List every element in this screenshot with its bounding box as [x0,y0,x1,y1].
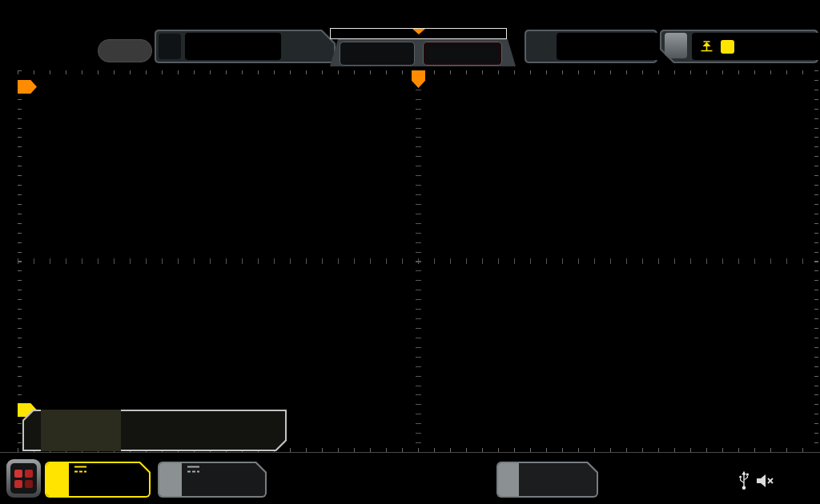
graticule-separator-line [0,452,820,453]
horizontal-settings-panel[interactable] [155,30,336,63]
trigger-source-badge [721,40,734,54]
grid-ticks-vcenter [416,70,421,452]
dc-coupling-icon [74,465,87,474]
measurement-item-risetime[interactable] [41,410,121,451]
trigger-position-marker[interactable] [412,70,425,88]
run-state-badge [98,39,152,62]
measurement-overlay [22,410,287,451]
grid-ticks-left [18,70,22,452]
channel1-waveform [18,70,818,452]
edge-trigger-icon [700,40,713,53]
measurement-item-falltime[interactable] [121,410,201,451]
status-tray [738,467,818,494]
record-position-indicator[interactable] [330,28,507,39]
channel1-block[interactable] [45,462,151,498]
stop-run-button[interactable] [423,42,502,66]
trigger-settings-panel[interactable] [660,30,818,63]
grid-ticks-right [814,70,818,452]
timebase-value [185,33,281,60]
dc-coupling-icon [187,465,200,474]
channel1-values [69,463,149,496]
channel1-number [46,463,69,496]
channel2-number [159,463,182,496]
menu-grid-icon [10,463,37,494]
top-info-bar [0,0,820,26]
measurement-item-freq[interactable] [201,410,281,451]
menu-button[interactable] [6,459,41,498]
waveform-display-area [18,70,818,452]
trigger-label [665,33,687,58]
logic-analyzer-label [498,463,519,496]
logic-channel-list [519,463,597,496]
usb-icon[interactable] [738,470,750,491]
trigger-level-marker[interactable] [18,80,37,94]
delay-settings-panel[interactable] [525,30,657,63]
model-and-datetime [5,6,12,22]
trigger-info-box [692,33,820,60]
channel2-values [182,463,265,496]
channel2-block[interactable] [158,462,267,498]
grid-ticks-hcenter [18,258,818,264]
speaker-muted-icon[interactable] [756,474,775,488]
delay-value [557,33,662,60]
measure-button[interactable] [340,42,415,66]
oscilloscope-screen [0,0,820,504]
horizontal-label [159,34,181,59]
logic-analyzer-block[interactable] [496,462,598,498]
